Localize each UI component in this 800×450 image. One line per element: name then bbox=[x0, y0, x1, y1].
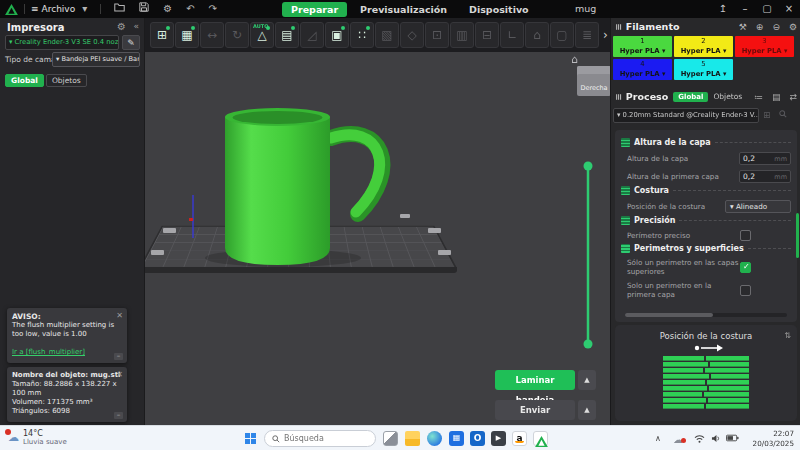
minimize-button[interactable]: – bbox=[734, 0, 756, 18]
layer-height-input[interactable]: 0,2 mm bbox=[739, 152, 791, 165]
slice-plate-button[interactable]: Laminar bandeja bbox=[495, 370, 575, 390]
battery-icon[interactable] bbox=[726, 434, 739, 444]
tray-expand-icon[interactable]: ∧ bbox=[655, 434, 661, 443]
settings-gear-icon[interactable]: ⚙ bbox=[156, 0, 179, 18]
undo-icon[interactable]: ↶ bbox=[179, 0, 201, 18]
toolbar-pattern-button[interactable]: ≣ bbox=[575, 22, 599, 48]
preset-grid-icon[interactable]: ⊞ bbox=[763, 110, 771, 120]
toolbar-scale-button[interactable]: ◿ bbox=[300, 22, 324, 48]
slice-options-button[interactable]: ▲ bbox=[578, 370, 596, 390]
printer-select[interactable]: ▾ Creality Ender-3 V3 SE 0.4 nozzle bbox=[5, 35, 119, 50]
process-preset-select[interactable]: ▾ 0.20mm Standard @Creality Ender-3 V... bbox=[613, 108, 759, 123]
weather-widget[interactable]: ☁ 14°C Lluvia suave bbox=[8, 429, 67, 446]
filament-slot-2[interactable]: 2Hyper PLA ▾ bbox=[674, 36, 733, 57]
taskbar-clock[interactable]: 22:07 20/03/2025 bbox=[753, 429, 794, 448]
toolbar-mesh-repair-button[interactable]: ◇ bbox=[400, 22, 424, 48]
tab-global[interactable]: Global bbox=[5, 74, 44, 87]
remove-filament-icon[interactable]: ⊖ bbox=[772, 22, 780, 32]
filament-slot-1[interactable]: 1Hyper PLA ▾ bbox=[613, 36, 672, 57]
filament-tools-icon[interactable]: ⚒ bbox=[739, 22, 747, 32]
toolbar-layout-dots-button[interactable]: ∷ bbox=[350, 22, 374, 48]
toolbar-supports-button[interactable]: ⌂ bbox=[525, 22, 549, 48]
vertical-scrollbar[interactable] bbox=[796, 213, 799, 258]
close-button[interactable]: × bbox=[778, 0, 800, 18]
seam-position-select[interactable]: ▾ Alineado bbox=[725, 200, 791, 213]
printer-settings-gear-icon[interactable]: ⚙ bbox=[117, 21, 126, 32]
filament-slot-5[interactable]: 5Hyper PLA ▾ bbox=[674, 59, 733, 80]
microsoft-store-icon[interactable]: ▦ bbox=[449, 431, 464, 446]
tab-preparar[interactable]: Preparar bbox=[282, 2, 347, 17]
add-filament-icon[interactable]: ⊕ bbox=[756, 22, 764, 32]
filament-slot-4[interactable]: 4Hyper PLA ▾ bbox=[613, 59, 672, 80]
home-view-icon[interactable]: ⌂ bbox=[571, 53, 578, 66]
toolbar-rotate-button[interactable]: ↻ bbox=[225, 22, 249, 48]
process-tab-objetos[interactable]: Objetos bbox=[713, 92, 742, 101]
tab-previsualizacion[interactable]: Previsualización bbox=[351, 2, 456, 17]
open-file-icon[interactable] bbox=[107, 0, 132, 18]
edit-printer-button[interactable]: ✎ bbox=[122, 35, 140, 50]
toolbar-import-model-button[interactable]: ⊞ bbox=[150, 22, 174, 48]
outlook-icon[interactable]: O bbox=[470, 431, 485, 446]
toolbar-text-tool-button[interactable]: ▢ bbox=[550, 22, 574, 48]
redo-icon[interactable]: ↷ bbox=[202, 0, 224, 18]
toolbar-split-button[interactable]: ▧ bbox=[375, 22, 399, 48]
wifi-icon[interactable] bbox=[694, 434, 705, 445]
maximize-button[interactable]: ▢ bbox=[756, 0, 778, 18]
collapse-panel-icon[interactable]: ⇅ bbox=[784, 331, 791, 340]
single-wall-first-layer-checkbox[interactable] bbox=[740, 285, 751, 296]
preset-search-icon[interactable] bbox=[779, 110, 787, 120]
amazon-icon[interactable]: a bbox=[512, 431, 527, 446]
seam-illustration bbox=[615, 343, 797, 413]
send-options-button[interactable]: ▲ bbox=[578, 400, 596, 420]
start-button[interactable] bbox=[245, 433, 256, 444]
toolbar-clone-button[interactable]: ▣ bbox=[325, 22, 349, 48]
onedrive-status-icon[interactable]: ☁ bbox=[673, 434, 683, 445]
toolbar-arrange-button[interactable]: ▤ bbox=[275, 22, 299, 48]
document-title: mug bbox=[575, 3, 596, 14]
viewport-3d[interactable]: ⌂ Derecha ≣ ⊞ △ ◎ ∷ Laminar bandeja ▲ En… bbox=[145, 52, 610, 425]
file-explorer-icon[interactable] bbox=[405, 431, 420, 446]
toolbar-auto-orient-button[interactable]: AUTO△ bbox=[250, 22, 274, 48]
search-input[interactable] bbox=[284, 434, 364, 443]
single-wall-top-checkbox[interactable] bbox=[740, 262, 751, 273]
toolbar-snapshot-button[interactable]: ⊡ bbox=[425, 22, 449, 48]
flush-multiplier-link[interactable]: Ir a [flush_multiplier] bbox=[12, 348, 85, 356]
first-layer-height-input[interactable]: 0,2 mm bbox=[739, 170, 791, 183]
menu-archivo[interactable]: ≡ Archivo bbox=[31, 4, 75, 14]
toolbar-merge-button[interactable]: ⊟ bbox=[475, 22, 499, 48]
tab-objetos[interactable]: Objetos bbox=[46, 74, 87, 87]
layer-range-slider[interactable] bbox=[584, 162, 593, 349]
creality-print-taskbar-icon[interactable] bbox=[533, 431, 548, 446]
toolbar-move-button[interactable]: ↔ bbox=[200, 22, 224, 48]
process-tab-global[interactable]: Global bbox=[673, 92, 708, 102]
toolbar-mirror-button[interactable]: ▥ bbox=[450, 22, 474, 48]
toolbar-measure-button[interactable]: ∟ bbox=[500, 22, 524, 48]
upload-icon[interactable]: ↥ bbox=[712, 0, 734, 18]
toolbar-add-plate-button[interactable]: ▦ bbox=[175, 22, 199, 48]
horizontal-scrollbar[interactable] bbox=[625, 313, 787, 317]
edge-browser-icon[interactable] bbox=[427, 431, 442, 446]
compare-icon[interactable]: ⇄ bbox=[789, 92, 797, 102]
collapse-card-icon[interactable]: – bbox=[114, 353, 123, 360]
taskbar-search[interactable] bbox=[264, 430, 376, 447]
filament-settings-gear-icon[interactable]: ⚙ bbox=[789, 22, 797, 32]
media-player-icon[interactable]: ▶ bbox=[491, 431, 506, 446]
clipboard-icon[interactable]: ▤ bbox=[772, 92, 781, 102]
filament-slot-3[interactable]: 3Hyper PLA ▾ bbox=[735, 36, 794, 57]
close-icon[interactable]: ✕ bbox=[116, 370, 123, 379]
collapse-card-icon[interactable]: – bbox=[114, 412, 123, 419]
filter-list-icon[interactable]: ≔ bbox=[754, 92, 763, 102]
close-icon[interactable]: ✕ bbox=[116, 311, 123, 320]
bed-type-select[interactable]: ▾ Bandeja PEI suave / Ban bbox=[52, 52, 140, 67]
view-cube[interactable]: Derecha bbox=[577, 66, 610, 96]
send-print-button[interactable]: Enviar impresión bbox=[495, 400, 575, 420]
mug-model[interactable] bbox=[225, 108, 382, 265]
toolbar-expand-icon[interactable]: › bbox=[603, 28, 608, 42]
chevron-down-icon[interactable]: ▾ bbox=[75, 0, 94, 18]
volume-icon[interactable] bbox=[711, 434, 721, 445]
task-view-icon[interactable] bbox=[383, 431, 398, 446]
tab-dispositivo[interactable]: Dispositivo bbox=[460, 2, 538, 17]
collapse-panel-icon[interactable]: « bbox=[133, 21, 139, 31]
save-icon[interactable] bbox=[132, 0, 156, 18]
precise-wall-checkbox[interactable] bbox=[740, 230, 751, 241]
